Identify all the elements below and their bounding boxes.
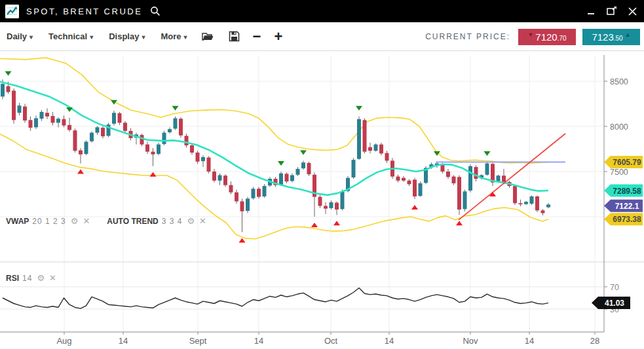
rsi-settings-icon[interactable]: ⚙: [37, 273, 45, 283]
minimize-icon[interactable]: [586, 7, 596, 16]
candle: [157, 145, 161, 154]
candle: [168, 129, 172, 132]
window-controls: [586, 0, 637, 22]
chevron-down-icon: ▾: [142, 33, 145, 41]
menu-technical[interactable]: Technical▾: [48, 31, 93, 41]
price-tag-badge: 7122.1: [604, 200, 643, 212]
candle: [7, 86, 10, 92]
candle: [207, 158, 211, 172]
candle: [413, 179, 417, 196]
candle: [23, 107, 27, 120]
window-title: SPOT, BRENT CRUDE: [26, 7, 142, 16]
candle: [285, 174, 289, 181]
menu-display[interactable]: Display▾: [109, 31, 145, 41]
sell-signal-icon: [356, 106, 362, 111]
candle: [174, 119, 178, 129]
svg-text:41.03: 41.03: [605, 299, 624, 308]
chart-canvas[interactable]: Aug14Sept14Oct14Nov142885008000750070307…: [0, 51, 644, 349]
candle: [407, 181, 411, 185]
current-price-area: CURRENT PRICE: ▼ 7120.70 7123.50 ▲: [425, 22, 640, 51]
candle: [196, 153, 200, 162]
candle: [352, 160, 356, 177]
vwap-line: [0, 82, 548, 195]
rsi-remove-icon[interactable]: ✕: [49, 273, 56, 283]
candle: [296, 169, 300, 175]
save-icon[interactable]: [229, 31, 240, 42]
candle: [246, 198, 250, 211]
candle: [252, 189, 256, 198]
price-tag-badge: 41.03: [592, 297, 630, 309]
toolbar: Daily▾ Technical▾ Display▾ More▾ − + CUR…: [0, 22, 644, 51]
candle: [1, 84, 5, 96]
sell-signal-icon: [172, 106, 179, 111]
candle: [51, 116, 55, 122]
candle: [56, 119, 60, 122]
price-tag-badge: 7289.58: [604, 185, 643, 197]
indicator-legend-row: VWAP 20 1 2 3 ⚙ ✕ AUTO TREND 3 3 4 ⚙ ✕: [6, 216, 206, 226]
candle: [368, 147, 372, 151]
rsi-legend-name: RSI: [6, 274, 19, 283]
candle: [357, 119, 361, 159]
sell-signal-icon: [484, 151, 491, 156]
time-axis-label: 14: [385, 336, 394, 346]
buy-signal-icon: [311, 223, 318, 227]
autotrend-settings-icon[interactable]: ⚙: [187, 216, 195, 226]
candle: [179, 119, 183, 136]
svg-text:7289.58: 7289.58: [613, 187, 641, 196]
time-axis-label: Oct: [324, 336, 338, 346]
time-axis-label: Nov: [463, 336, 478, 346]
candle: [240, 202, 244, 211]
candle: [402, 178, 406, 181]
candle: [112, 113, 116, 124]
candle: [18, 105, 22, 113]
close-icon[interactable]: [628, 7, 637, 16]
candle: [535, 196, 539, 210]
autotrend-remove-icon[interactable]: ✕: [199, 216, 206, 226]
candle: [62, 119, 66, 126]
chevron-down-icon: ▾: [184, 33, 187, 41]
autotrend-legend-params: 3 3 4: [162, 217, 183, 226]
zoom-in-button[interactable]: +: [274, 30, 282, 43]
arrow-up-icon: ▲: [625, 31, 631, 38]
candle: [34, 119, 38, 128]
buy-signal-icon: [150, 172, 157, 177]
candle: [524, 202, 528, 204]
candle: [218, 175, 222, 181]
candle: [162, 133, 166, 144]
menu-timeframe[interactable]: Daily▾: [7, 31, 33, 41]
sell-signal-icon: [278, 161, 284, 166]
menu-more[interactable]: More▾: [161, 31, 187, 41]
open-folder-icon[interactable]: [202, 31, 214, 42]
candle: [468, 166, 472, 191]
candle: [502, 175, 506, 182]
candle: [190, 145, 194, 153]
search-icon[interactable]: [150, 6, 161, 16]
vwap-settings-icon[interactable]: ⚙: [71, 216, 79, 226]
buy-signal-icon: [333, 221, 340, 225]
buy-price-value: 7123.50: [592, 31, 622, 43]
current-price-label: CURRENT PRICE:: [425, 32, 510, 41]
zoom-out-button[interactable]: −: [253, 30, 261, 43]
candle: [40, 112, 44, 119]
candle: [379, 145, 383, 154]
band-lines: [0, 58, 548, 239]
sell-price-value: 7120.70: [535, 31, 566, 43]
buy-signal-icon: [239, 238, 246, 242]
candle: [101, 128, 105, 136]
time-axis-label: 14: [525, 336, 534, 346]
vwap-remove-icon[interactable]: ✕: [83, 216, 90, 226]
svg-text:6973.38: 6973.38: [613, 215, 641, 224]
sell-price-button[interactable]: ▼ 7120.70: [518, 29, 576, 45]
candle: [419, 183, 423, 196]
candle: [290, 175, 294, 181]
candle: [374, 145, 378, 151]
buy-price-button[interactable]: 7123.50 ▲: [582, 29, 640, 45]
vwap-legend-params: 20 1 2 3: [32, 217, 66, 226]
price-axis-label: 8500: [610, 77, 628, 86]
buy-signal-icon: [411, 205, 418, 210]
autotrend-legend-name: AUTO TREND: [107, 217, 158, 226]
trading-app-window: SPOT, BRENT CRUDE: [0, 0, 644, 349]
candle: [257, 189, 261, 196]
candle: [212, 172, 216, 181]
restore-icon[interactable]: [606, 6, 617, 16]
